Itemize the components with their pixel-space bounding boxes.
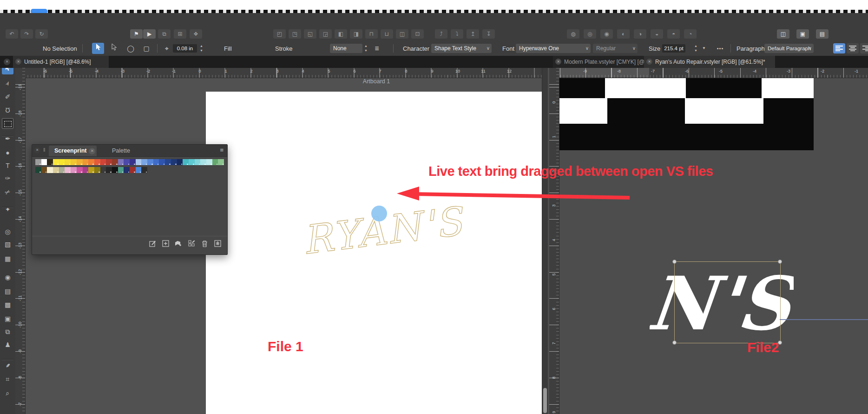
color-swatch[interactable] [147, 159, 153, 165]
knife-tool[interactable]: ✂ [0, 185, 15, 200]
color-swatch[interactable] [212, 159, 218, 165]
send-backward-button[interactable]: ⤵ [451, 29, 463, 39]
panel-toggle-1-button[interactable]: ◫ [777, 29, 789, 39]
radial-gradient-tool[interactable]: ◉ [2, 272, 13, 283]
ellipse-tool[interactable]: ● [2, 147, 13, 158]
font-weight-select[interactable]: Regular∨ [593, 44, 638, 53]
profile-tool[interactable]: ♟ [2, 340, 13, 350]
target-tool[interactable]: ◎ [2, 227, 13, 237]
magnet-tool[interactable]: Ω [2, 105, 13, 115]
tab-palette[interactable]: Palette [106, 146, 140, 156]
size-stepper[interactable]: ▲▼ [693, 44, 698, 53]
align-right-edge-button[interactable]: ◱ [304, 29, 316, 39]
bring-front-button[interactable]: ↥ [467, 29, 479, 39]
color-swatch[interactable] [47, 159, 53, 165]
pathfinder-exclude-button[interactable]: ◐ [617, 29, 630, 39]
character-style-select[interactable]: Shape Text Style∨ [431, 44, 492, 53]
color-swatch[interactable] [83, 167, 89, 173]
color-swatch[interactable] [218, 159, 224, 165]
color-swatch[interactable] [77, 159, 83, 165]
artboard-label[interactable]: Artboard 1 [363, 78, 390, 85]
color-swatch[interactable] [189, 159, 195, 165]
color-swatch[interactable] [130, 159, 136, 165]
text-tool[interactable]: T [2, 160, 13, 171]
color-swatch[interactable] [88, 159, 94, 165]
pathfinder-crop-button[interactable]: ◔ [684, 29, 697, 39]
zoom-tool[interactable]: ⌕ [2, 388, 13, 399]
color-swatch[interactable] [112, 167, 118, 173]
font-select[interactable]: Hyperwave One∨ [516, 44, 591, 53]
color-swatch[interactable] [94, 159, 100, 165]
import-icon[interactable] [212, 240, 223, 249]
color-swatch[interactable] [59, 159, 65, 165]
selection-handle-top-right[interactable] [778, 260, 782, 264]
selection-bounding-box[interactable] [674, 261, 781, 343]
color-swatch[interactable] [41, 167, 47, 173]
offset-input[interactable]: 0.08 in [173, 44, 197, 53]
play-button[interactable]: ▶ [143, 29, 156, 39]
close-tab-icon[interactable]: ✕ [15, 59, 21, 65]
align-center-button[interactable] [847, 43, 859, 53]
color-swatch[interactable] [59, 167, 65, 173]
direct-select-mode-button[interactable] [108, 43, 120, 54]
stack-tool[interactable]: ⧉ [2, 327, 13, 337]
crop-tool[interactable]: ⌗ [2, 374, 13, 385]
color-swatch[interactable] [141, 167, 147, 173]
tab-screenprint[interactable]: Screenprint ✕ [49, 146, 97, 156]
lasso-select-mode-button[interactable]: ◯ [125, 43, 137, 54]
align-top-edge-button[interactable]: ◲ [319, 29, 332, 39]
size-input[interactable]: 215.4 pt [662, 44, 685, 53]
color-swatch[interactable] [41, 159, 47, 165]
pathfinder-intersect-button[interactable]: ◉ [600, 29, 613, 39]
spacing-h-button[interactable]: ◫ [396, 29, 408, 39]
offset-stepper[interactable]: ▲▼ [199, 44, 204, 53]
color-swatch[interactable] [153, 159, 159, 165]
panel-toggle-2-button[interactable]: ▣ [796, 29, 809, 39]
mesh-tool[interactable]: ▤ [2, 286, 13, 297]
close-tab-icon[interactable]: ✕ [555, 59, 561, 65]
color-swatch[interactable] [88, 167, 94, 173]
spacing-v-button[interactable]: ⊡ [411, 29, 424, 39]
close-palette-tab-icon[interactable]: ✕ [89, 148, 95, 154]
align-vcenter-button[interactable]: ◧ [335, 29, 347, 39]
selection-handle-top-left[interactable] [672, 260, 677, 264]
drag-handle-icon[interactable]: ‖ [43, 147, 46, 153]
color-swatch[interactable] [183, 159, 189, 165]
delete-icon[interactable] [199, 240, 210, 249]
pathfinder-unite-button[interactable]: ◍ [567, 29, 579, 39]
close-toolstrip-icon[interactable]: ✕ [4, 59, 10, 65]
align-left-button[interactable] [833, 43, 845, 53]
close-tab-icon[interactable]: ✕ [646, 59, 652, 65]
color-swatch[interactable] [141, 159, 147, 165]
rectangle-tool[interactable]: ▧ [2, 239, 13, 250]
add-icon[interactable] [160, 240, 171, 249]
color-swatch[interactable] [130, 167, 136, 173]
color-swatch[interactable] [100, 167, 106, 173]
color-swatch[interactable] [136, 159, 142, 165]
marquee-tool[interactable] [2, 118, 13, 129]
align-right-button[interactable] [860, 43, 868, 53]
color-swatch[interactable] [177, 159, 183, 165]
color-swatch[interactable] [71, 159, 77, 165]
select-mode-button[interactable] [92, 43, 104, 54]
color-swatch[interactable] [112, 159, 118, 165]
undo-button[interactable]: ↶ [6, 29, 18, 39]
color-swatch[interactable] [77, 167, 83, 173]
color-swatch[interactable] [53, 167, 59, 173]
color-swatch[interactable] [124, 159, 130, 165]
color-swatch[interactable] [171, 159, 177, 165]
table-tool[interactable]: ▦ [2, 254, 13, 264]
pathfinder-trim-button[interactable]: ◒ [651, 29, 663, 39]
size-dropdown-button[interactable]: ▼ [700, 43, 708, 54]
sync-button[interactable]: ↻ [35, 29, 48, 39]
scrollbar-thumb[interactable] [543, 388, 547, 413]
color-swatch[interactable] [100, 159, 106, 165]
align-bottom-edge-button[interactable]: ◨ [350, 29, 362, 39]
color-swatch[interactable] [124, 167, 130, 173]
color-swatch[interactable] [53, 159, 59, 165]
tab-untitled-1[interactable]: ✕ Untitled-1 [RGB] [@48.6%] [13, 56, 109, 68]
color-swatch[interactable] [200, 159, 206, 165]
stroke-options-icon[interactable]: ≣ [371, 43, 383, 54]
pathfinder-divide-button[interactable]: ◑ [634, 29, 646, 39]
color-swatch[interactable] [159, 159, 165, 165]
